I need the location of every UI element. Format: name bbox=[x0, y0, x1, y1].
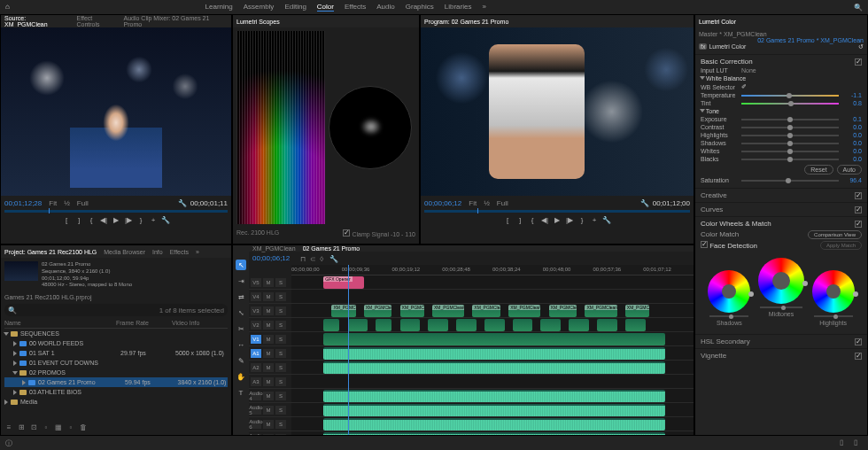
linked-selection-toggle[interactable]: ⊂ bbox=[310, 255, 317, 262]
tint-value[interactable]: 0.8 bbox=[842, 100, 862, 106]
solo-toggle[interactable]: S bbox=[275, 420, 286, 429]
disclosure-arrow-icon[interactable] bbox=[13, 351, 17, 356]
clip[interactable] bbox=[323, 319, 339, 331]
track-target-toggle[interactable]: A1 bbox=[251, 349, 261, 358]
clip[interactable] bbox=[323, 432, 665, 436]
input-lut-dropdown[interactable]: None bbox=[741, 67, 862, 74]
track-lane-audio 4[interactable] bbox=[291, 389, 694, 403]
source-zoom-dropdown[interactable]: ½ bbox=[64, 199, 70, 207]
settings-icon[interactable]: 🔧 bbox=[329, 255, 337, 262]
sequence-row[interactable]: 00 WORLD FEEDS bbox=[4, 338, 228, 348]
clip[interactable] bbox=[323, 361, 665, 374]
clip[interactable]: XM_PGMClean bbox=[625, 305, 649, 317]
bin-row[interactable]: 02 PROMOS bbox=[4, 368, 228, 377]
source-tab[interactable]: Source: XM_PGMClean bbox=[4, 15, 69, 27]
track-target-toggle[interactable]: A3 bbox=[251, 377, 261, 386]
clamp-signal-checkbox[interactable] bbox=[343, 229, 350, 237]
project-tab[interactable]: Project: Games 21 Rec2100 HLG bbox=[4, 249, 97, 255]
clip[interactable] bbox=[323, 347, 665, 360]
solo-toggle[interactable]: S bbox=[275, 321, 286, 330]
face-detection-checkbox[interactable] bbox=[701, 241, 708, 248]
rate-tool[interactable]: ⤡ bbox=[236, 307, 246, 318]
comparison-view-button[interactable]: Comparison View bbox=[808, 230, 862, 239]
program-resolution-dropdown[interactable]: Full bbox=[497, 199, 508, 207]
lumetri-clip-name[interactable]: 02 Games 21 Promo * XM_PGMClean bbox=[757, 37, 864, 43]
source-wrench-button[interactable]: 🔧 bbox=[161, 215, 170, 224]
exposure-slider[interactable] bbox=[741, 119, 839, 120]
track-header-audio 6[interactable]: Audio 6MS bbox=[249, 417, 291, 431]
source-play-button[interactable]: ▶ bbox=[112, 215, 120, 224]
workspace-tab-editing[interactable]: Editing bbox=[284, 3, 306, 12]
workspace-tab-learning[interactable]: Learning bbox=[205, 3, 233, 12]
midtones-color-wheel[interactable] bbox=[758, 258, 804, 304]
clip[interactable]: XM_PGMClean bbox=[331, 305, 355, 317]
mute-toggle[interactable]: M bbox=[263, 420, 274, 429]
whites-slider[interactable] bbox=[741, 151, 839, 152]
shadows-slider[interactable] bbox=[741, 143, 839, 144]
track-header-v2[interactable]: V2MS bbox=[249, 318, 291, 332]
track-target-toggle[interactable]: V3 bbox=[251, 306, 261, 315]
disclosure-arrow-icon[interactable] bbox=[12, 371, 18, 375]
program-mark-in-button[interactable]: [ bbox=[503, 215, 512, 224]
shadows-color-wheel[interactable] bbox=[708, 270, 750, 313]
source-video-frame[interactable] bbox=[1, 27, 231, 196]
bin-row[interactable]: Media bbox=[4, 397, 228, 407]
source-scrub-bar[interactable] bbox=[4, 210, 228, 213]
track-lane-a3[interactable] bbox=[291, 375, 694, 389]
track-header-v1[interactable]: V1MS bbox=[249, 332, 291, 346]
mute-toggle[interactable]: M bbox=[263, 321, 274, 330]
track-header-audio 5[interactable]: Audio 5MS bbox=[249, 403, 291, 417]
timeline-sequence-tab[interactable]: 02 Games 21 Promo bbox=[303, 245, 360, 252]
track-target-toggle[interactable]: V4 bbox=[251, 292, 261, 301]
status-render-icon[interactable]: ▯ bbox=[854, 438, 863, 447]
program-step-back-button[interactable]: ◀| bbox=[540, 215, 549, 224]
track-target-toggle[interactable]: V2 bbox=[251, 321, 261, 330]
hsl-toggle[interactable] bbox=[855, 338, 862, 345]
track-target-toggle[interactable]: Audio 7 bbox=[251, 434, 261, 437]
clip[interactable]: XM_PGMClean bbox=[472, 305, 500, 317]
pen-tool[interactable]: ✎ bbox=[236, 355, 246, 366]
hsl-header[interactable]: HSL Secondary bbox=[701, 338, 750, 345]
track-header-v3[interactable]: V3MS bbox=[249, 304, 291, 318]
project-tab[interactable]: Info bbox=[152, 249, 163, 255]
source-fit-dropdown[interactable]: Fit bbox=[49, 199, 57, 207]
disclosure-arrow-icon[interactable] bbox=[13, 390, 17, 395]
status-gpu-icon[interactable]: ▯ bbox=[840, 438, 849, 447]
track-header-a2[interactable]: A2MS bbox=[249, 361, 291, 375]
mute-toggle[interactable]: M bbox=[263, 278, 274, 287]
disclosure-arrow-icon[interactable] bbox=[13, 341, 17, 346]
mute-toggle[interactable]: M bbox=[263, 377, 274, 386]
contrast-slider[interactable] bbox=[741, 127, 839, 128]
clip[interactable] bbox=[428, 319, 448, 331]
basic-correction-header[interactable]: Basic Correction bbox=[701, 58, 753, 66]
snap-toggle[interactable]: ⊓ bbox=[300, 255, 307, 262]
mute-toggle[interactable]: M bbox=[263, 406, 274, 415]
mute-toggle[interactable]: M bbox=[263, 392, 274, 400]
razor-tool[interactable]: ✂ bbox=[236, 323, 246, 334]
workspace-tab-color[interactable]: Color bbox=[317, 3, 334, 12]
folder-icon[interactable]: ▫ bbox=[66, 423, 75, 431]
program-fit-dropdown[interactable]: Fit bbox=[469, 199, 477, 207]
track-lane-v5[interactable]: GFX Opener bbox=[291, 275, 694, 290]
sequence-row[interactable]: 01 SAT 129.97 fps5000 x 1080 (1.0) bbox=[4, 348, 228, 358]
solo-toggle[interactable]: S bbox=[275, 292, 286, 301]
timeline-sequence-tab[interactable]: XM_PGMClean bbox=[252, 245, 296, 252]
shadows-luma-slider[interactable] bbox=[709, 315, 748, 317]
mute-toggle[interactable]: M bbox=[263, 349, 274, 358]
solo-toggle[interactable]: S bbox=[275, 363, 286, 372]
home-icon[interactable]: ⌂ bbox=[5, 3, 14, 12]
program-plus-button[interactable]: + bbox=[590, 215, 599, 224]
solo-toggle[interactable]: S bbox=[275, 392, 286, 400]
mute-toggle[interactable]: M bbox=[263, 434, 274, 437]
project-tab[interactable]: » bbox=[196, 249, 199, 255]
clip[interactable] bbox=[348, 319, 368, 331]
highlights-luma-slider[interactable] bbox=[814, 315, 853, 317]
temperature-value[interactable]: -1.1 bbox=[842, 92, 862, 98]
clip[interactable] bbox=[323, 404, 665, 416]
mute-toggle[interactable]: M bbox=[263, 292, 274, 301]
clip[interactable]: XM_PGMClean bbox=[364, 305, 392, 317]
workspace-tab-audio[interactable]: Audio bbox=[376, 3, 394, 12]
project-column-header[interactable]: Video Info bbox=[172, 320, 228, 326]
slip-tool[interactable]: ↔ bbox=[236, 339, 246, 350]
highlights-color-wheel[interactable] bbox=[812, 270, 855, 313]
